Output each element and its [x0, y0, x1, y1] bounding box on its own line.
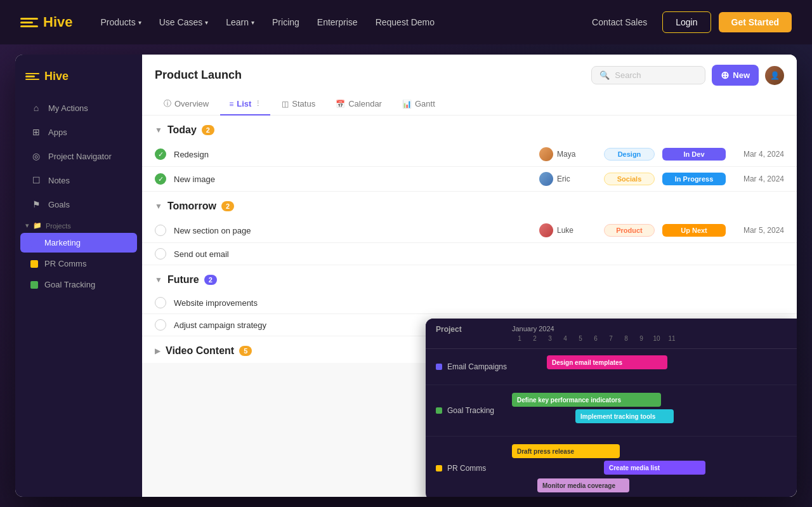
task-checkbox[interactable] [155, 297, 166, 308]
chevron-right-icon: ▾ [25, 221, 29, 230]
table-row[interactable]: Website improvements [142, 292, 797, 314]
top-logo[interactable]: Hive [20, 14, 72, 30]
task-checkbox[interactable] [155, 319, 166, 331]
nav-pricing[interactable]: Pricing [265, 13, 307, 31]
nav-use-cases[interactable]: Use Cases ▾ [152, 13, 216, 31]
section-today-header: ▼ Today 2 [142, 115, 797, 142]
gantt-dot [436, 465, 442, 471]
gantt-icon: 📊 [402, 100, 412, 109]
nav-enterprise[interactable]: Enterprise [310, 13, 365, 31]
gantt-row-goal-tracking: Goal Tracking Define key performance ind… [426, 385, 797, 437]
search-box[interactable]: 🔍 Search [591, 66, 705, 84]
avatar[interactable]: 👤 [765, 66, 784, 85]
sidebar-item-goals[interactable]: ⚑ Goals [20, 193, 137, 216]
project-color-dot [30, 260, 38, 268]
sidebar-item-notes[interactable]: ☐ Notes [20, 169, 137, 192]
gantt-overlay: Project January 2024 1 2 3 4 5 6 7 [426, 319, 797, 497]
status-icon: ◫ [282, 100, 289, 109]
table-row[interactable]: Send out email [142, 243, 797, 265]
nav-right-actions: Contact Sales Login Get Started [584, 11, 792, 33]
plus-icon: ⊕ [721, 69, 729, 81]
gantt-month-label: January 2024 [512, 325, 787, 333]
task-checkbox[interactable] [155, 225, 166, 236]
sidebar-hive-icon [25, 73, 39, 81]
gantt-bars: Draft press release Create media list Mo… [512, 443, 787, 494]
get-started-button[interactable]: Get Started [719, 12, 792, 32]
main-content: Hive ⌂ My Actions ⊞ Apps ◎ Project Navig… [0, 44, 812, 507]
task-checkbox[interactable]: ✓ [155, 148, 166, 160]
gantt-row-pr-comms: PR Comms Draft press release Create medi… [426, 437, 797, 497]
sidebar-item-goal-tracking[interactable]: Goal Tracking [20, 275, 137, 294]
chevron-down-icon: ▾ [205, 19, 208, 26]
nav-request-demo[interactable]: Request Demo [368, 13, 442, 31]
avatar [539, 223, 553, 237]
gantt-bar[interactable]: Implement tracking tools [575, 409, 674, 423]
nav-links: Products ▾ Use Cases ▾ Learn ▾ Pricing E… [93, 13, 564, 31]
gantt-dates: January 2024 1 2 3 4 5 6 7 8 9 [512, 325, 787, 342]
gantt-bar[interactable]: Create media list [604, 461, 705, 475]
gantt-bar[interactable]: Define key performance indicators [512, 393, 661, 407]
table-content[interactable]: ▼ Today 2 ✓ Redesign Maya Design In Dev [142, 115, 797, 497]
notes-icon: ☐ [30, 175, 42, 185]
home-icon: ⌂ [30, 103, 42, 113]
task-tag: Design [604, 148, 655, 161]
task-assignee: Luke [539, 223, 596, 237]
table-row[interactable]: New section on page Luke Product Up Next… [142, 218, 797, 243]
nav-products[interactable]: Products ▾ [93, 13, 148, 31]
gantt-dot [436, 407, 442, 414]
chevron-down-icon[interactable]: ▼ [155, 202, 162, 211]
sidebar-item-pr-comms[interactable]: PR Comms [20, 254, 137, 273]
gantt-project-column-header: Project [436, 325, 512, 342]
new-button[interactable]: ⊕ New [712, 65, 759, 86]
task-date: Mar 4, 2024 [733, 150, 784, 159]
gantt-bar[interactable]: Monitor media coverage [537, 478, 629, 492]
folder-icon: 📁 [33, 221, 42, 230]
task-tag [604, 301, 655, 305]
gantt-row-email-campaigns: Email Campaigns Design email templates [426, 349, 797, 385]
tab-overview[interactable]: ⓘ Overview [155, 93, 218, 115]
contact-sales-button[interactable]: Contact Sales [584, 13, 655, 31]
tab-status[interactable]: ◫ Status [273, 93, 324, 115]
sidebar-item-my-actions[interactable]: ⌂ My Actions [20, 96, 137, 119]
status-badge: In Dev [662, 148, 726, 161]
sidebar-item-apps[interactable]: ⊞ Apps [20, 121, 137, 143]
avatar [539, 147, 553, 161]
task-checkbox[interactable] [155, 248, 166, 260]
gantt-dot [436, 364, 442, 370]
chevron-right-icon[interactable]: ▶ [155, 346, 160, 355]
section-future-header: ▼ Future 2 [142, 265, 797, 292]
gantt-project-name: PR Comms [436, 464, 512, 473]
tab-calendar[interactable]: 📅 Calendar [327, 93, 391, 115]
tab-list[interactable]: ≡ List ⋮ [220, 93, 270, 115]
sidebar-logo[interactable]: Hive [15, 65, 142, 96]
list-icon: ≡ [229, 100, 233, 109]
sidebar-item-marketing[interactable]: Marketing [20, 233, 137, 253]
panel-header: Product Launch 🔍 Search ⊕ New 👤 [142, 55, 797, 115]
table-row[interactable]: ✓ New image Eric Socials In Progress Mar… [142, 167, 797, 192]
apps-icon: ⊞ [30, 127, 42, 137]
task-tag: Product [604, 224, 655, 237]
tab-gantt[interactable]: 📊 Gantt [393, 93, 444, 115]
sidebar-item-project-navigator[interactable]: ◎ Project Navigator [20, 145, 137, 168]
projects-section-label[interactable]: ▾ 📁 Projects [15, 216, 142, 232]
table-row[interactable]: ✓ Redesign Maya Design In Dev Mar 4, 202… [142, 142, 797, 167]
list-more-icon: ⋮ [254, 100, 261, 108]
status-badge: Up Next [662, 224, 726, 237]
chevron-down-icon[interactable]: ▼ [155, 275, 162, 284]
top-navigation: Hive Products ▾ Use Cases ▾ Learn ▾ Pric… [0, 0, 812, 44]
task-checkbox[interactable]: ✓ [155, 173, 166, 185]
status-badge: In Progress [662, 173, 726, 185]
task-tag: Socials [604, 173, 655, 185]
login-button[interactable]: Login [662, 11, 710, 33]
chevron-down-icon[interactable]: ▼ [155, 126, 162, 135]
gantt-bar[interactable]: Design email templates [547, 355, 667, 369]
main-panel: Product Launch 🔍 Search ⊕ New 👤 [142, 55, 797, 497]
gantt-bar[interactable]: Draft press release [512, 444, 620, 458]
goals-icon: ⚑ [30, 199, 42, 209]
gantt-project-name: Goal Tracking [436, 406, 512, 415]
calendar-icon: 📅 [336, 100, 345, 109]
nav-learn[interactable]: Learn ▾ [218, 13, 262, 31]
compass-icon: ◎ [30, 151, 42, 161]
app-window: Hive ⌂ My Actions ⊞ Apps ◎ Project Navig… [15, 55, 797, 497]
chevron-down-icon: ▾ [251, 19, 254, 26]
